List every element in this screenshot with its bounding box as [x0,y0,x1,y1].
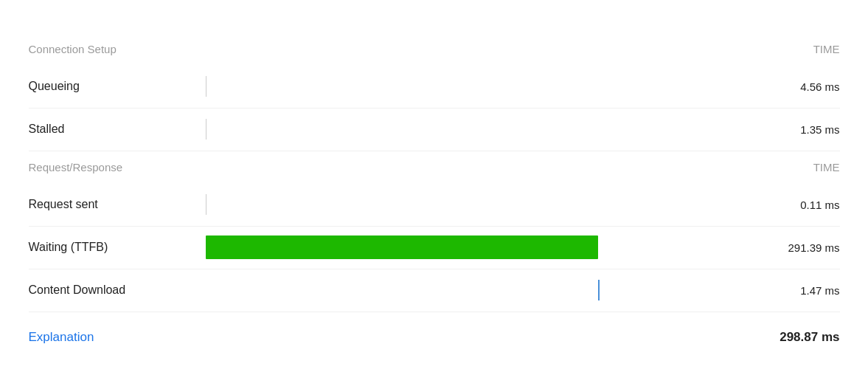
explanation-link[interactable]: Explanation [29,330,206,345]
content-download-time: 1.47 ms [751,284,840,297]
content-download-bar [206,269,751,312]
connection-setup-time-header: TIME [751,43,840,55]
request-sent-bar [206,184,751,226]
queueing-tick [206,76,207,97]
request-response-bar-spacer [206,151,751,184]
ttfb-time: 291.39 ms [751,241,840,254]
stalled-label: Stalled [29,123,206,136]
request-sent-label: Request sent [29,198,206,211]
connection-setup-label: Connection Setup [29,43,206,55]
stalled-time: 1.35 ms [751,123,840,136]
content-download-tick [598,280,600,300]
request-sent-row: Request sent 0.11 ms [29,184,840,227]
request-sent-time: 0.11 ms [751,199,840,211]
ttfb-bar [206,235,599,259]
total-row: Explanation 298.87 ms [29,315,840,360]
request-response-header: Request/Response TIME [29,151,840,184]
stalled-row: Stalled 1.35 ms [29,109,840,151]
request-response-label: Request/Response [29,161,206,173]
queueing-bar [206,66,751,108]
total-time: 298.87 ms [751,330,840,345]
queueing-row: Queueing 4.56 ms [29,66,840,109]
request-sent-tick [206,194,207,215]
total-bar-spacer [206,315,751,360]
queueing-label: Queueing [29,80,206,93]
timing-table: Connection Setup TIME Queueing 4.56 ms S… [29,33,840,360]
connection-setup-bar-spacer [206,33,751,66]
content-download-row: Content Download 1.47 ms [29,269,840,312]
request-response-time-header: TIME [751,161,840,173]
ttfb-bar-container [206,227,751,269]
content-download-label: Content Download [29,283,206,297]
ttfb-label: Waiting (TTFB) [29,241,206,254]
stalled-bar [206,109,751,151]
ttfb-row: Waiting (TTFB) 291.39 ms [29,227,840,269]
explanation-anchor[interactable]: Explanation [29,330,94,344]
stalled-tick [206,119,207,140]
queueing-time: 4.56 ms [751,80,840,93]
connection-setup-header: Connection Setup TIME [29,33,840,66]
